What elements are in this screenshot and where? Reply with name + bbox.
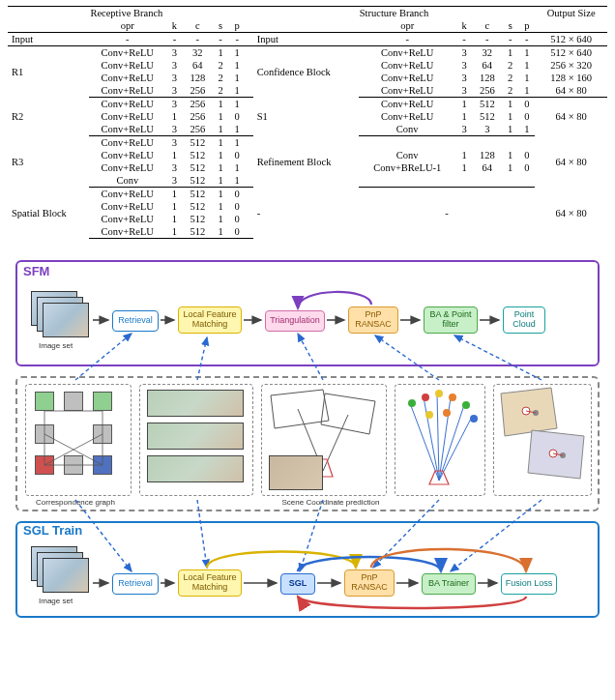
pipeline-diagram: SFM SGL Train Image set Retrieval Local … <box>8 256 607 624</box>
corr-label: Correspondence graph <box>27 498 124 507</box>
point-icon <box>425 411 433 419</box>
node-icon <box>35 392 54 411</box>
retrieval-sgl: Retrieval <box>112 573 159 595</box>
sgl-panel <box>15 521 600 618</box>
node-icon <box>64 392 83 411</box>
node-icon <box>93 424 112 444</box>
scene-building-icon <box>269 455 323 490</box>
node-icon <box>93 455 112 475</box>
point-icon <box>435 390 443 397</box>
point-icon <box>470 415 478 423</box>
architecture-table: Receptive Branch Structure Branch Output… <box>0 0 615 248</box>
grp-input: Input <box>8 33 89 46</box>
sub-refine <box>493 384 592 496</box>
hdr-receptive: Receptive Branch <box>8 7 246 20</box>
imageset-label-sgl: Image set <box>39 597 73 605</box>
hdr-output: Output Size <box>535 7 607 20</box>
sgl-title: SGL Train <box>23 523 82 538</box>
sfm-title: SFM <box>23 264 49 278</box>
point-icon <box>443 409 451 417</box>
ba-trainer-box: BA Trainer <box>422 573 476 595</box>
match-img-icon <box>147 390 244 417</box>
triangulation-box: Triangulation <box>265 310 325 332</box>
pnp-sgl: PnP RANSAC <box>344 569 395 597</box>
imageset-sgl <box>31 546 91 595</box>
node-icon <box>93 392 112 411</box>
point-icon <box>422 394 429 401</box>
point-icon <box>449 394 456 401</box>
sgl-box: SGL <box>280 573 315 595</box>
retrieval-sfm: Retrieval <box>112 310 159 332</box>
fusion-box: Fusion Loss <box>501 573 557 595</box>
imageset-label-sfm: Image set <box>39 341 73 350</box>
ba-filter-box: BA & Point filter <box>424 306 478 334</box>
point-icon <box>462 401 470 409</box>
lfm-sgl: Local Feature Matching <box>178 569 242 597</box>
node-icon <box>35 455 54 475</box>
table: Receptive Branch Structure Branch Output… <box>8 6 607 239</box>
node-icon <box>35 424 54 444</box>
scene-label: Scene Coordinate prediction <box>273 498 389 507</box>
pointcloud-box: Point Cloud <box>503 306 545 334</box>
hdr-structure: Structure Branch <box>253 7 536 20</box>
match-img-icon <box>147 455 244 482</box>
lfm-sfm: Local Feature Matching <box>178 306 242 334</box>
node-icon <box>64 455 83 475</box>
pnp-sfm: PnP RANSAC <box>348 306 398 334</box>
imageset-sfm <box>31 291 91 339</box>
point-icon <box>408 399 416 407</box>
match-img-icon <box>147 423 244 450</box>
